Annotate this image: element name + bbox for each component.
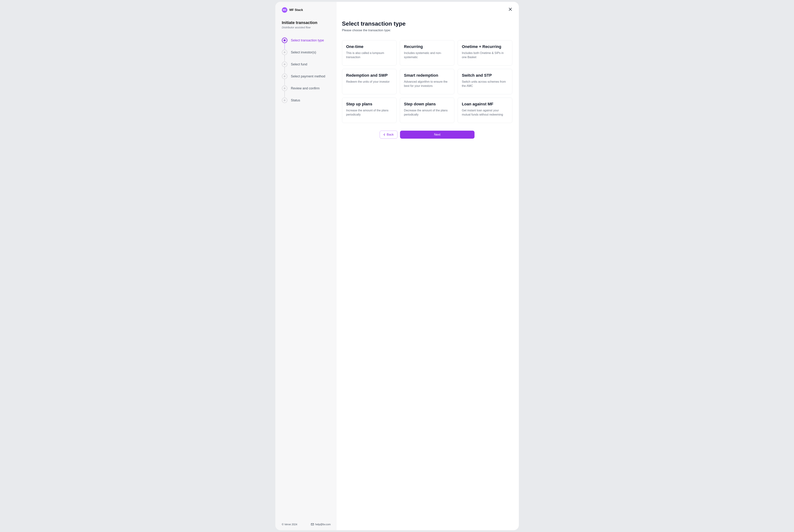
step-label: Select transaction type [291, 39, 324, 42]
main-content: Select transaction type Please choose th… [337, 2, 519, 530]
option-title: One-time [346, 44, 392, 49]
back-button[interactable]: Back [380, 131, 397, 139]
option-one-time[interactable]: One-time This is also called a lumpsum t… [342, 40, 397, 65]
step-select-fund[interactable]: Select fund [282, 62, 331, 74]
next-button-label: Next [434, 133, 440, 136]
option-onetime-recurring[interactable]: Onetime + Recurring Includes both Onetim… [458, 40, 512, 65]
option-recurring[interactable]: Recurring Includes systematic and non-sy… [400, 40, 454, 65]
step-label: Review and confirm [291, 87, 320, 90]
step-marker-icon [282, 50, 287, 55]
option-desc: Advanced algorithm to ensure the best fo… [404, 80, 450, 88]
close-icon [509, 7, 512, 11]
option-title: Step up plans [346, 102, 392, 107]
page-subtitle: Please choose the transaction type: [342, 28, 512, 32]
option-desc: Get instant loan against your mutual fun… [462, 108, 508, 117]
option-desc: This is also called a lumpsum transactio… [346, 51, 392, 59]
option-smart-redemption[interactable]: Smart redemption Advanced algorithm to e… [400, 69, 454, 94]
app-window: MS MF Stack Initiate transaction Distrib… [275, 2, 519, 530]
sidebar: MS MF Stack Initiate transaction Distrib… [275, 2, 337, 530]
step-select-transaction-type[interactable]: Select transaction type [282, 38, 331, 50]
step-marker-icon [282, 62, 287, 67]
brand: MS MF Stack [282, 7, 331, 13]
option-step-down-plans[interactable]: Step down plans Decrease the amount of t… [400, 98, 454, 123]
copyright-text: © Verve 2024 [282, 523, 297, 526]
option-title: Onetime + Recurring [462, 44, 508, 49]
next-button[interactable]: Next [400, 131, 474, 139]
action-bar: Back Next [342, 131, 512, 139]
option-loan-against-mf[interactable]: Loan against MF Get instant loan against… [458, 98, 512, 123]
option-title: Redemption and SWP [346, 73, 392, 78]
option-switch-stp[interactable]: Switch and STP Switch units across schem… [458, 69, 512, 94]
support-email-text: help@bv.com [315, 523, 331, 526]
close-button[interactable] [508, 6, 513, 12]
step-marker-icon [282, 86, 287, 91]
step-marker-icon [282, 38, 287, 43]
mail-icon [311, 523, 314, 526]
option-title: Recurring [404, 44, 450, 49]
option-redemption-swp[interactable]: Redemption and SWP Redeem the units of y… [342, 69, 397, 94]
option-desc: Redeem the units of your investor [346, 80, 392, 84]
option-title: Loan against MF [462, 102, 508, 107]
option-desc: Decrease the amount of the plans periodi… [404, 108, 450, 117]
brand-name: MF Stack [289, 8, 303, 12]
option-desc: Increase the amount of the plans periodi… [346, 108, 392, 117]
option-title: Step down plans [404, 102, 450, 107]
back-button-label: Back [387, 133, 394, 136]
sidebar-subheading: Distributor assisted flow [282, 26, 331, 29]
page-title: Select transaction type [342, 20, 512, 27]
option-desc: Includes systematic and non-systematic [404, 51, 450, 59]
step-review-and-confirm[interactable]: Review and confirm [282, 86, 331, 98]
step-marker-icon [282, 98, 287, 103]
step-status[interactable]: Status [282, 98, 331, 103]
option-desc: Includes both Onetime & SIPs in one Bask… [462, 51, 508, 59]
support-email[interactable]: help@bv.com [311, 523, 331, 526]
chevron-left-icon [383, 133, 385, 136]
step-select-investors[interactable]: Select investor(s) [282, 50, 331, 62]
sidebar-footer: © Verve 2024 help@bv.com [282, 519, 331, 526]
step-label: Status [291, 98, 300, 102]
main-inner: Select transaction type Please choose th… [342, 7, 512, 139]
options-grid: One-time This is also called a lumpsum t… [342, 40, 512, 123]
step-label: Select investor(s) [291, 51, 316, 54]
step-label: Select payment method [291, 75, 325, 78]
option-title: Switch and STP [462, 73, 508, 78]
step-marker-icon [282, 74, 287, 79]
option-desc: Switch units across schemes from the AMC [462, 80, 508, 88]
step-label: Select fund [291, 62, 307, 66]
stepper: Select transaction type Select investor(… [282, 38, 331, 519]
sidebar-heading: Initiate transaction [282, 20, 331, 25]
step-select-payment-method[interactable]: Select payment method [282, 74, 331, 86]
brand-badge: MS [282, 7, 287, 13]
option-title: Smart redemption [404, 73, 450, 78]
option-step-up-plans[interactable]: Step up plans Increase the amount of the… [342, 98, 397, 123]
